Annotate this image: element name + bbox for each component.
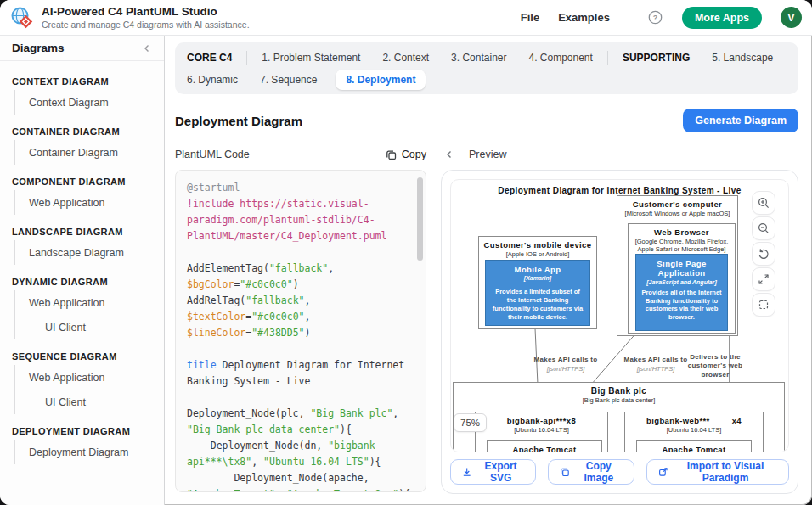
container-tech: [JavaScript and Angular]	[640, 279, 723, 285]
sidebar-section-label: SEQUENCE DIAGRAM	[0, 345, 164, 365]
container-desc: Provides all of the Internet Banking fun…	[640, 289, 723, 322]
import-to-visual-paradigm-button[interactable]: Import to Visual Paradigm	[646, 459, 790, 485]
tab-3-container[interactable]: 3. Container	[451, 52, 506, 64]
sidebar-section-items: Container Diagram	[14, 140, 164, 165]
tab-5-landscape[interactable]: 5. Landscape	[712, 52, 773, 64]
app-title: AI-Powered C4 PlantUML Studio	[42, 5, 250, 19]
code-line: AddRelTag("fallback",	[187, 293, 414, 309]
node-name: Big Bank plc	[454, 386, 784, 396]
copy-code-button[interactable]: Copy	[386, 149, 426, 160]
code-editor[interactable]: @startuml!include https://static.visual-…	[175, 170, 426, 492]
expand-button[interactable]	[752, 267, 775, 291]
sidebar-title: Diagrams	[12, 42, 65, 54]
node-tech: [Apple IOS or Android]	[479, 250, 596, 258]
tab-divider	[246, 51, 247, 65]
preview-collapse-button[interactable]	[444, 149, 454, 160]
code-line: $textColor="#c0c0c0",	[187, 309, 414, 325]
sidebar-collapse-button[interactable]	[142, 43, 152, 53]
sidebar: Diagrams CONTEXT DIAGRAMContext DiagramC…	[0, 36, 165, 505]
sidebar-item-context-diagram[interactable]: Context Diagram	[15, 90, 164, 115]
node-name: Apache Tomcat	[488, 445, 601, 452]
expand-icon	[758, 273, 770, 285]
tab-6-dynamic[interactable]: 6. Dynamic	[187, 74, 238, 86]
code-line: @startuml	[187, 180, 414, 196]
sidebar-item-web-application[interactable]: Web Application	[15, 290, 164, 315]
copy-icon	[560, 466, 569, 478]
zoom-in-button[interactable]	[752, 191, 775, 215]
relationship-spa-api: Makes API calls to [json/HTTPS]	[621, 356, 691, 373]
tab-7-sequence[interactable]: 7. Sequence	[260, 74, 317, 86]
code-panel: PlantUML Code Copy @startuml!include htt…	[175, 146, 426, 505]
copy-label: Copy	[402, 149, 426, 160]
zoom-in-icon	[758, 197, 770, 209]
diagram-canvas[interactable]: Deployment Diagram for Internet Banking …	[450, 179, 789, 452]
sidebar-section-items: Context Diagram	[14, 90, 164, 115]
menu-item-file[interactable]: File	[521, 11, 539, 24]
copy-image-button[interactable]: Copy Image	[548, 459, 634, 485]
container-name: Single Page Application	[640, 259, 723, 278]
relationship-label: Makes API calls to	[621, 356, 691, 364]
code-line	[187, 341, 414, 357]
container-single-page-application: Single Page Application [JavaScript and …	[635, 254, 728, 331]
code-line: AddElementTag("fallback",	[187, 261, 414, 277]
sidebar-item-web-application[interactable]: Web Application	[15, 365, 164, 390]
node-name: Apache Tomcat	[637, 445, 751, 452]
zoom-level-badge: 75%	[454, 413, 487, 432]
sidebar-section-label: CONTAINER DIAGRAM	[0, 120, 164, 140]
button-label: Copy Image	[575, 460, 622, 484]
sidebar-item-ui-client[interactable]: UI Client	[31, 315, 164, 339]
user-avatar[interactable]: V	[781, 7, 802, 28]
container-mobile-app: Mobile App [Xamarin] Provides a limited …	[485, 260, 590, 326]
menu-item-examples[interactable]: Examples	[558, 11, 610, 24]
tab-4-component[interactable]: 4. Component	[528, 52, 592, 64]
export-svg-button[interactable]: Export SVG	[450, 459, 536, 485]
sidebar-item-deployment-diagram[interactable]: Deployment Diagram	[15, 440, 164, 464]
tab-core-c4: CORE C4	[187, 52, 232, 64]
code-line: $bgColor="#c0c0c0")	[187, 277, 414, 293]
header-divider	[629, 10, 629, 25]
relationship-label: Makes API calls to	[531, 356, 601, 364]
tab-2-context[interactable]: 2. Context	[382, 52, 429, 64]
sidebar-item-ui-client[interactable]: UI Client	[31, 390, 164, 414]
app-window: AI-Powered C4 PlantUML Studio Create and…	[0, 0, 812, 505]
tab-1-problem-statement[interactable]: 1. Problem Statement	[262, 52, 360, 64]
container-desc: Provides a limited subset of the Interne…	[490, 288, 585, 321]
sidebar-section-items: Web Application	[14, 190, 164, 215]
sidebar-section-items: Deployment Diagram	[14, 440, 164, 464]
copy-icon	[386, 149, 397, 160]
tab-8-deployment[interactable]: 8. Deployment	[336, 70, 426, 90]
sidebar-section-label: CONTEXT DIAGRAM	[0, 70, 164, 90]
zoom-controls	[752, 191, 775, 317]
sidebar-item-landscape-diagram[interactable]: Landscape Diagram	[15, 240, 164, 265]
code-scrollbar[interactable]	[417, 177, 423, 261]
sidebar-item-container-diagram[interactable]: Container Diagram	[15, 140, 164, 165]
main-content: CORE C41. Problem Statement2. Context3. …	[165, 36, 812, 505]
tab-divider	[607, 51, 608, 65]
help-icon[interactable]: ?	[648, 10, 663, 25]
node-name: Customer's mobile device	[479, 240, 596, 250]
app-header: AI-Powered C4 PlantUML Studio Create and…	[0, 0, 812, 36]
reset-view-button[interactable]	[752, 242, 775, 266]
more-apps-button[interactable]: More Apps	[682, 7, 762, 29]
generate-diagram-button[interactable]: Generate Diagram	[683, 109, 798, 132]
code-line	[187, 244, 414, 261]
tab-supporting: SUPPORTING	[623, 52, 690, 64]
relationship-tech: [json/HTTPS]	[621, 365, 691, 373]
chevron-left-icon	[444, 149, 454, 160]
relationship-tech: [json/HTTPS]	[531, 365, 601, 373]
container-tech: [Xamarin]	[490, 275, 585, 281]
relationship-web-browser: Delivers to the customer's web browser	[687, 353, 743, 379]
export-actions: Export SVG Copy Image	[450, 459, 789, 485]
fit-view-button[interactable]	[752, 293, 775, 317]
sidebar-section-items: Landscape Diagram	[14, 240, 164, 265]
zoom-out-button[interactable]	[752, 216, 775, 240]
relationship-label: Delivers to the customer's web browser	[687, 353, 743, 379]
preview-title: Preview	[469, 149, 506, 160]
sidebar-section-label: COMPONENT DIAGRAM	[0, 170, 164, 190]
sidebar-item-web-application[interactable]: Web Application	[15, 190, 164, 215]
sidebar-header: Diagrams	[0, 36, 164, 61]
page-title: Deployment Diagram	[175, 114, 302, 128]
node-name: Web Browser	[629, 227, 735, 237]
code-content: @startuml!include https://static.visual-…	[187, 180, 414, 492]
node-name: bigbank-api***x8	[476, 416, 607, 425]
